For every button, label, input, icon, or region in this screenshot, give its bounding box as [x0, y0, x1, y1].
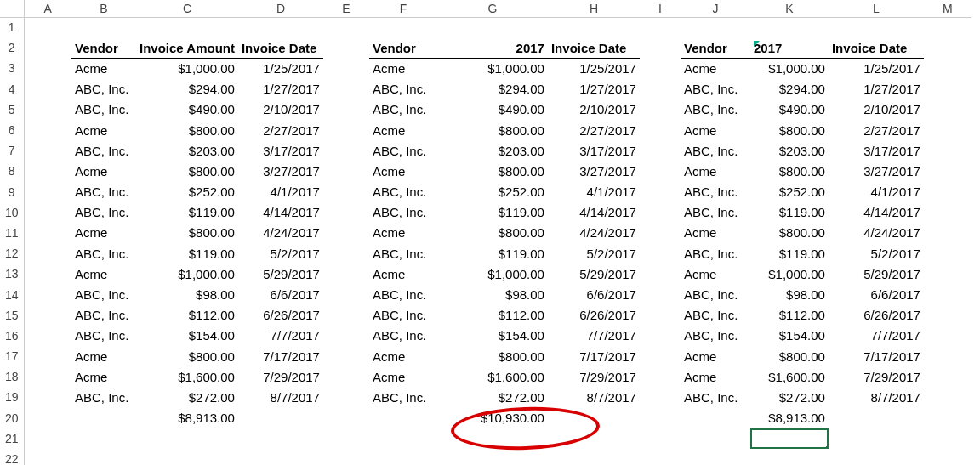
vendor-cell[interactable]: Acme [681, 120, 750, 140]
date-cell[interactable]: 6/6/2017 [548, 284, 640, 304]
cell[interactable] [924, 58, 971, 78]
cell[interactable] [136, 449, 238, 465]
cell[interactable] [640, 223, 681, 243]
cell[interactable] [640, 37, 681, 58]
cell[interactable] [681, 449, 750, 465]
vendor-cell[interactable]: Acme [71, 58, 136, 78]
vendor-cell[interactable]: ABC, Inc. [369, 182, 437, 202]
cell[interactable] [640, 243, 681, 264]
cell[interactable] [136, 17, 238, 37]
date-cell[interactable]: 8/7/2017 [829, 387, 924, 407]
row-13[interactable]: 13 [0, 264, 24, 284]
vendor-cell[interactable]: ABC, Inc. [369, 99, 437, 120]
cell[interactable] [924, 223, 971, 243]
vendor-cell[interactable]: ABC, Inc. [369, 202, 437, 223]
amount-cell[interactable]: $800.00 [750, 346, 829, 366]
vendor-cell[interactable]: Acme [369, 120, 437, 140]
vendor-cell[interactable]: ABC, Inc. [71, 326, 136, 346]
cell[interactable] [238, 449, 323, 465]
cell[interactable] [24, 346, 71, 366]
amount-cell[interactable]: $154.00 [750, 326, 829, 346]
header-vendor-2[interactable]: Vendor [369, 37, 437, 58]
vendor-cell[interactable]: Acme [681, 366, 750, 387]
header-vendor-1[interactable]: Vendor [71, 37, 136, 58]
cell[interactable] [924, 284, 971, 304]
col-G[interactable]: G [437, 0, 548, 17]
vendor-cell[interactable]: Acme [681, 223, 750, 243]
amount-cell[interactable]: $294.00 [750, 79, 829, 99]
cell[interactable] [640, 120, 681, 140]
cell[interactable] [924, 120, 971, 140]
amount-cell[interactable]: $252.00 [136, 182, 238, 202]
cell[interactable] [924, 161, 971, 181]
col-J[interactable]: J [681, 0, 750, 17]
date-cell[interactable]: 3/17/2017 [829, 140, 924, 161]
cell[interactable] [323, 305, 369, 326]
cell[interactable] [369, 408, 437, 428]
cell[interactable] [924, 305, 971, 326]
date-cell[interactable]: 2/27/2017 [548, 120, 640, 140]
amount-cell[interactable]: $490.00 [136, 99, 238, 120]
cell[interactable] [24, 284, 71, 304]
date-cell[interactable]: 4/1/2017 [548, 182, 640, 202]
amount-cell[interactable]: $800.00 [136, 120, 238, 140]
amount-cell[interactable]: $1,000.00 [437, 264, 548, 284]
vendor-cell[interactable]: ABC, Inc. [369, 284, 437, 304]
date-cell[interactable]: 6/26/2017 [238, 305, 323, 326]
header-amount-3[interactable]: 2017 [750, 37, 829, 58]
header-vendor-3[interactable]: Vendor [681, 37, 750, 58]
amount-cell[interactable]: $252.00 [437, 182, 548, 202]
cell[interactable] [548, 408, 640, 428]
row-17[interactable]: 17 [0, 346, 24, 366]
cell[interactable] [24, 120, 71, 140]
date-cell[interactable]: 5/29/2017 [548, 264, 640, 284]
cell[interactable] [323, 99, 369, 120]
row-1[interactable]: 1 [0, 17, 24, 37]
amount-cell[interactable]: $800.00 [437, 120, 548, 140]
col-K[interactable]: K [750, 0, 829, 17]
cell[interactable] [640, 387, 681, 407]
amount-cell[interactable]: $1,600.00 [437, 366, 548, 387]
column-header-row[interactable]: A B C D E F G H I J K L M [0, 0, 971, 17]
amount-cell[interactable]: $112.00 [750, 305, 829, 326]
cell[interactable] [238, 17, 323, 37]
date-cell[interactable]: 2/10/2017 [238, 99, 323, 120]
amount-cell[interactable]: $490.00 [750, 99, 829, 120]
cell[interactable] [24, 99, 71, 120]
table-row[interactable]: 13Acme$1,000.005/29/2017Acme$1,000.005/2… [0, 264, 971, 284]
cell[interactable] [323, 37, 369, 58]
cell[interactable] [924, 326, 971, 346]
cell[interactable] [640, 140, 681, 161]
grid-body[interactable]: 12VendorInvoice AmountInvoice DateVendor… [0, 17, 971, 465]
cell[interactable] [24, 305, 71, 326]
date-cell[interactable]: 1/27/2017 [829, 79, 924, 99]
cell[interactable] [681, 428, 750, 449]
cell[interactable] [437, 17, 548, 37]
date-cell[interactable]: 4/14/2017 [238, 202, 323, 223]
date-cell[interactable]: 1/25/2017 [238, 58, 323, 78]
row-5[interactable]: 5 [0, 99, 24, 120]
cell[interactable] [924, 366, 971, 387]
amount-cell[interactable]: $490.00 [437, 99, 548, 120]
cell[interactable] [829, 449, 924, 465]
row-16[interactable]: 16 [0, 326, 24, 346]
header-amount-2[interactable]: 2017 [437, 37, 548, 58]
vendor-cell[interactable]: Acme [71, 223, 136, 243]
vendor-cell[interactable]: ABC, Inc. [681, 182, 750, 202]
cell[interactable] [640, 284, 681, 304]
date-cell[interactable]: 7/29/2017 [548, 366, 640, 387]
table-row[interactable]: 4ABC, Inc.$294.001/27/2017ABC, Inc.$294.… [0, 79, 971, 99]
cell[interactable] [548, 449, 640, 465]
vendor-cell[interactable]: Acme [681, 161, 750, 181]
date-cell[interactable]: 5/2/2017 [548, 243, 640, 264]
cell[interactable] [24, 366, 71, 387]
cell[interactable] [24, 79, 71, 99]
amount-cell[interactable]: $1,000.00 [750, 264, 829, 284]
cell[interactable] [71, 408, 136, 428]
row-3[interactable]: 3 [0, 58, 24, 78]
date-cell[interactable]: 1/27/2017 [548, 79, 640, 99]
amount-cell[interactable]: $800.00 [136, 161, 238, 181]
date-cell[interactable]: 3/17/2017 [238, 140, 323, 161]
row-4[interactable]: 4 [0, 79, 24, 99]
row-2[interactable]: 2 [0, 37, 24, 58]
